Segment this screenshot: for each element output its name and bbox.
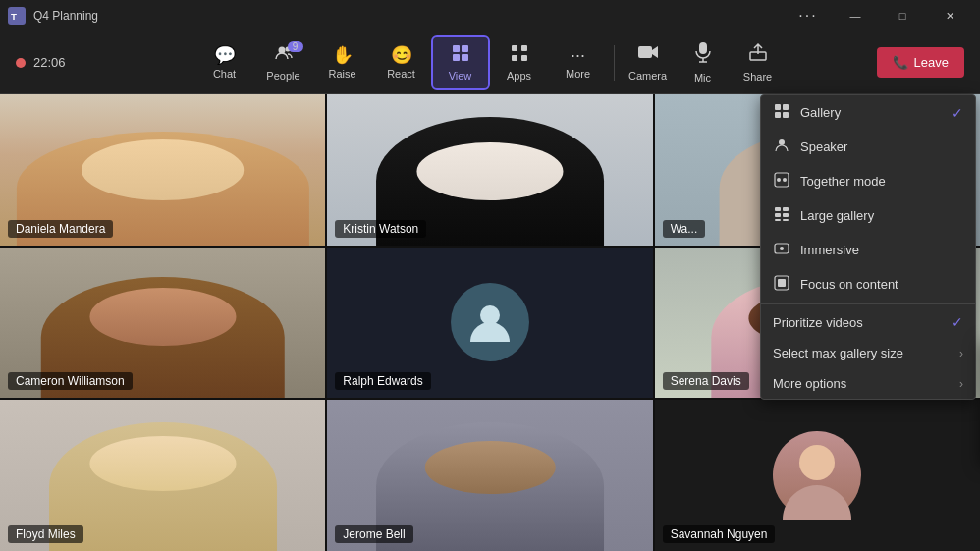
focus-label: Focus on content: [800, 277, 898, 292]
more-dots[interactable]: ···: [786, 0, 831, 31]
menu-item-more-options[interactable]: More options ›: [761, 368, 975, 399]
prioritize-label: Prioritize videos: [773, 315, 863, 330]
more-button[interactable]: ··· More: [551, 37, 606, 88]
svg-rect-27: [775, 207, 781, 211]
mic-icon: [695, 41, 711, 68]
svg-rect-8: [512, 45, 517, 51]
react-button[interactable]: 😊 React: [374, 37, 429, 88]
svg-rect-7: [462, 54, 468, 61]
prioritize-check: ✓: [952, 314, 963, 330]
share-icon: [748, 42, 768, 67]
avatar-ralph: [451, 283, 529, 361]
video-cell-ralph: Ralph Edwards: [327, 248, 652, 399]
svg-rect-9: [521, 45, 527, 51]
toolbar-right: 📞 Leave: [877, 47, 964, 78]
svg-rect-4: [453, 45, 460, 52]
svg-rect-30: [783, 213, 789, 217]
menu-divider-1: [761, 303, 975, 304]
close-button[interactable]: ✕: [927, 0, 972, 31]
video-cell-floyd: Floyd Miles: [0, 400, 325, 551]
svg-rect-20: [783, 104, 789, 110]
avatar-savannah: [773, 431, 861, 520]
speaker-icon: [773, 138, 790, 156]
gallery-label: Gallery: [800, 105, 841, 120]
svg-rect-21: [775, 112, 781, 118]
chat-icon: 💬: [214, 46, 236, 64]
svg-rect-31: [775, 219, 781, 221]
title-bar-left: T Q4 Planning: [8, 7, 98, 25]
name-tag-wayne: Wa...: [663, 220, 706, 238]
video-cell-savannah: Savannah Nguyen: [655, 400, 980, 551]
menu-item-together[interactable]: Together mode: [761, 164, 975, 198]
speaker-label: Speaker: [800, 139, 847, 154]
video-cell-kristin: Kristin Watson: [327, 94, 652, 246]
max-gallery-arrow: ›: [959, 347, 963, 360]
svg-point-25: [777, 178, 781, 182]
teams-logo-icon: T: [8, 7, 26, 25]
immersive-label: Immersive: [800, 243, 859, 257]
focus-icon: [773, 275, 790, 294]
video-cell-daniela: Daniela Mandera: [0, 94, 325, 246]
name-tag-kristin: Kristin Watson: [335, 220, 426, 238]
name-tag-ralph: Ralph Edwards: [335, 372, 430, 390]
chat-button[interactable]: 💬 Chat: [197, 37, 252, 88]
menu-item-prioritize[interactable]: Prioritize videos ✓: [761, 306, 975, 338]
more-options-label: More options: [773, 376, 846, 391]
call-timer: 22:06: [33, 55, 66, 70]
camera-button[interactable]: Camera: [623, 37, 674, 88]
svg-point-34: [780, 247, 784, 250]
name-tag-jerome: Jerome Bell: [335, 525, 412, 543]
view-icon: [451, 43, 470, 66]
name-tag-savannah: Savannah Nguyen: [663, 525, 776, 543]
more-options-arrow: ›: [959, 377, 963, 391]
svg-point-18: [799, 445, 835, 480]
share-button[interactable]: Share: [733, 37, 784, 88]
svg-rect-22: [783, 112, 789, 118]
toolbar: 22:06 💬 Chat People 9 ✋ Raise 😊 React: [0, 31, 980, 94]
svg-rect-19: [775, 104, 781, 110]
people-button[interactable]: People 9: [256, 37, 311, 88]
large-gallery-label: Large gallery: [800, 208, 874, 223]
menu-item-large-gallery[interactable]: Large gallery: [761, 198, 975, 233]
gallery-icon: [773, 103, 790, 122]
svg-rect-10: [512, 55, 517, 61]
name-tag-daniela: Daniela Mandera: [8, 220, 113, 238]
svg-rect-5: [462, 45, 468, 52]
menu-item-focus[interactable]: Focus on content: [761, 267, 975, 302]
menu-item-max-gallery[interactable]: Select max gallery size › 4 people 9 peo…: [761, 338, 975, 368]
menu-item-gallery[interactable]: Gallery ✓: [761, 95, 975, 130]
toolbar-status: 22:06: [16, 55, 66, 70]
view-button[interactable]: View: [433, 37, 488, 88]
more-icon: ···: [571, 46, 585, 64]
window-title: Q4 Planning: [33, 9, 98, 23]
apps-button[interactable]: Apps: [492, 37, 547, 88]
svg-rect-6: [453, 54, 460, 61]
svg-point-26: [783, 178, 787, 182]
react-icon: 😊: [391, 46, 412, 64]
apps-icon: [510, 43, 529, 66]
svg-text:T: T: [11, 11, 17, 22]
svg-point-23: [779, 139, 785, 145]
recording-indicator: [16, 58, 26, 68]
minimize-button[interactable]: —: [833, 0, 878, 31]
svg-rect-13: [699, 42, 707, 54]
title-bar: T Q4 Planning ··· — □ ✕: [0, 0, 980, 31]
max-gallery-label: Select max gallery size: [773, 346, 903, 360]
raise-button[interactable]: ✋ Raise: [315, 37, 370, 88]
name-tag-serena: Serena Davis: [663, 372, 749, 390]
name-tag-floyd: Floyd Miles: [8, 525, 83, 543]
svg-rect-29: [775, 213, 781, 217]
raise-hand-icon: ✋: [332, 46, 354, 64]
title-bar-controls: ··· — □ ✕: [786, 0, 972, 31]
together-icon: [773, 172, 790, 191]
together-label: Together mode: [800, 174, 886, 189]
maximize-button[interactable]: □: [880, 0, 925, 31]
leave-button[interactable]: 📞 Leave: [877, 47, 964, 78]
menu-item-speaker[interactable]: Speaker: [761, 130, 975, 164]
menu-item-immersive[interactable]: Immersive: [761, 233, 975, 267]
toolbar-divider: [614, 45, 615, 81]
svg-rect-36: [778, 279, 786, 287]
gallery-check: ✓: [952, 105, 963, 121]
mic-button[interactable]: Mic: [678, 37, 729, 88]
svg-rect-11: [521, 55, 527, 61]
